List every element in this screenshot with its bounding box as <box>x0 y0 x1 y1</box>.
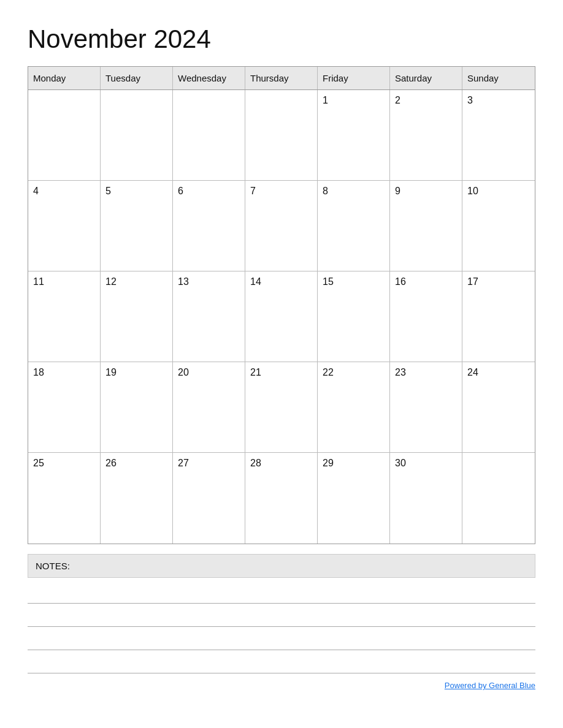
day-number: 24 <box>467 367 530 378</box>
day-number: 11 <box>33 276 95 287</box>
day-number: 6 <box>178 186 240 197</box>
day-number: 18 <box>33 367 95 378</box>
day-number: 17 <box>467 276 530 287</box>
calendar-cell: 14 <box>245 271 318 362</box>
header-day-tuesday: Tuesday <box>101 67 173 89</box>
notes-line-2 <box>28 604 535 627</box>
header-day-monday: Monday <box>28 67 101 89</box>
day-number: 13 <box>178 276 240 287</box>
calendar-cell: 15 <box>318 271 390 362</box>
calendar-cell: 2 <box>390 90 462 181</box>
header-day-wednesday: Wednesday <box>173 67 245 89</box>
calendar-cell: 7 <box>245 181 318 271</box>
day-number: 16 <box>395 276 457 287</box>
calendar-cell: 10 <box>462 181 535 271</box>
day-number: 22 <box>323 367 385 378</box>
day-number: 14 <box>250 276 312 287</box>
day-number: 23 <box>395 367 457 378</box>
calendar-cell: 16 <box>390 271 462 362</box>
calendar-cell: 8 <box>318 181 390 271</box>
day-number: 26 <box>105 458 167 469</box>
calendar-cell <box>101 90 173 181</box>
calendar-cell: 18 <box>28 362 101 453</box>
header-day-sunday: Sunday <box>462 67 535 89</box>
notes-lines <box>28 580 535 673</box>
day-number: 27 <box>178 458 240 469</box>
day-number: 30 <box>395 458 457 469</box>
calendar-cell: 5 <box>101 181 173 271</box>
day-number: 9 <box>395 186 457 197</box>
notes-line-4 <box>28 650 535 673</box>
header-day-thursday: Thursday <box>245 67 318 89</box>
calendar-cell: 11 <box>28 271 101 362</box>
calendar-cell: 20 <box>173 362 245 453</box>
notes-line-1 <box>28 580 535 604</box>
calendar: MondayTuesdayWednesdayThursdayFridaySatu… <box>28 66 535 544</box>
day-number: 19 <box>105 367 167 378</box>
header-day-friday: Friday <box>318 67 390 89</box>
calendar-cell: 26 <box>101 453 173 544</box>
day-number: 21 <box>250 367 312 378</box>
calendar-cell: 9 <box>390 181 462 271</box>
notes-section: NOTES: <box>28 554 535 673</box>
calendar-cell: 3 <box>462 90 535 181</box>
calendar-header: MondayTuesdayWednesdayThursdayFridaySatu… <box>28 67 535 90</box>
day-number: 28 <box>250 458 312 469</box>
calendar-cell: 12 <box>101 271 173 362</box>
calendar-cell: 21 <box>245 362 318 453</box>
day-number: 25 <box>33 458 95 469</box>
calendar-cell: 24 <box>462 362 535 453</box>
day-number: 10 <box>467 186 530 197</box>
day-number: 12 <box>105 276 167 287</box>
day-number: 8 <box>323 186 385 197</box>
calendar-cell <box>462 453 535 544</box>
day-number: 20 <box>178 367 240 378</box>
calendar-cell: 1 <box>318 90 390 181</box>
powered-by-link[interactable]: Powered by General Blue <box>445 681 535 690</box>
calendar-cell <box>28 90 101 181</box>
footer: Powered by General Blue <box>28 680 535 691</box>
notes-line-3 <box>28 627 535 650</box>
calendar-cell: 27 <box>173 453 245 544</box>
calendar-cell: 17 <box>462 271 535 362</box>
calendar-body: 1234567891011121314151617181920212223242… <box>28 90 535 544</box>
header-day-saturday: Saturday <box>390 67 462 89</box>
day-number: 4 <box>33 186 95 197</box>
day-number: 2 <box>395 95 457 106</box>
calendar-cell: 28 <box>245 453 318 544</box>
calendar-cell: 30 <box>390 453 462 544</box>
notes-header: NOTES: <box>28 554 535 578</box>
calendar-cell <box>173 90 245 181</box>
calendar-cell: 23 <box>390 362 462 453</box>
calendar-cell: 29 <box>318 453 390 544</box>
calendar-cell: 13 <box>173 271 245 362</box>
day-number: 3 <box>467 95 530 106</box>
calendar-cell: 25 <box>28 453 101 544</box>
calendar-cell: 6 <box>173 181 245 271</box>
day-number: 15 <box>323 276 385 287</box>
calendar-cell: 4 <box>28 181 101 271</box>
calendar-cell <box>245 90 318 181</box>
page-title: November 2024 <box>28 25 535 54</box>
day-number: 7 <box>250 186 312 197</box>
calendar-cell: 22 <box>318 362 390 453</box>
day-number: 1 <box>323 95 385 106</box>
day-number: 29 <box>323 458 385 469</box>
day-number: 5 <box>105 186 167 197</box>
calendar-cell: 19 <box>101 362 173 453</box>
